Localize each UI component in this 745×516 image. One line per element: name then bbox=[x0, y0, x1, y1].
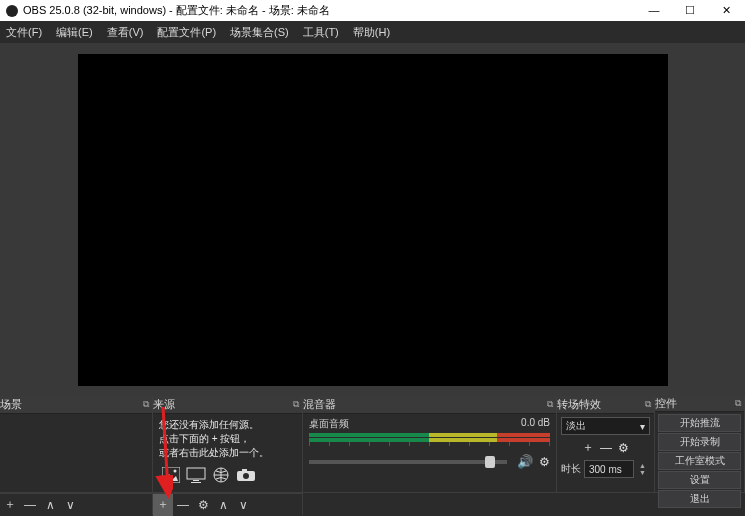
source-up-button[interactable]: ∧ bbox=[213, 494, 233, 516]
browser-source-icon bbox=[209, 464, 233, 486]
slider-handle[interactable] bbox=[485, 456, 495, 468]
remove-scene-button[interactable]: — bbox=[20, 494, 40, 516]
mixer-panel-title: 混音器 bbox=[303, 397, 336, 412]
window-titlebar: OBS 25.0.8 (32-bit, windows) - 配置文件: 未命名… bbox=[0, 0, 745, 21]
duration-value: 300 ms bbox=[589, 464, 622, 475]
window-maximize-button[interactable]: ☐ bbox=[672, 0, 708, 21]
svg-point-2 bbox=[174, 470, 177, 473]
duration-input[interactable]: 300 ms bbox=[584, 460, 634, 478]
gear-icon[interactable]: ⚙ bbox=[539, 455, 550, 469]
sources-panel-title: 来源 bbox=[153, 397, 175, 412]
camera-source-icon bbox=[234, 464, 258, 486]
sources-empty-hint: 您还没有添加任何源。 点击下面的 + 按钮， 或者右击此处添加一个。 bbox=[153, 414, 302, 462]
image-source-icon bbox=[159, 464, 183, 486]
controls-panel: 控件 ⧉ 开始推流 开始录制 工作室模式 设置 退出 bbox=[655, 396, 745, 492]
duration-label: 时长 bbox=[561, 462, 581, 476]
volume-slider[interactable] bbox=[309, 460, 507, 464]
remove-source-button[interactable]: — bbox=[173, 494, 193, 516]
chevron-down-icon: ▾ bbox=[640, 421, 645, 432]
window-minimize-button[interactable]: — bbox=[636, 0, 672, 21]
add-scene-button[interactable]: ＋ bbox=[0, 494, 20, 516]
scene-up-button[interactable]: ∧ bbox=[40, 494, 60, 516]
hint-line: 点击下面的 + 按钮， bbox=[159, 432, 296, 446]
window-close-button[interactable]: ✕ bbox=[708, 0, 744, 21]
mixer-track: 桌面音频 0.0 dB 🔊 ⚙ bbox=[303, 414, 556, 469]
studio-mode-button[interactable]: 工作室模式 bbox=[658, 452, 741, 470]
popout-icon[interactable]: ⧉ bbox=[290, 399, 302, 410]
transition-selected-label: 淡出 bbox=[566, 419, 586, 433]
scenes-toolbar: ＋ — ∧ ∨ bbox=[0, 493, 153, 515]
menu-bar: 文件(F) 编辑(E) 查看(V) 配置文件(P) 场景集合(S) 工具(T) … bbox=[0, 21, 745, 43]
preview-canvas[interactable] bbox=[78, 54, 668, 386]
add-source-button[interactable]: ＋ bbox=[153, 494, 173, 516]
popout-icon[interactable]: ⧉ bbox=[642, 399, 654, 410]
menu-tools[interactable]: 工具(T) bbox=[303, 25, 339, 40]
display-source-icon bbox=[184, 464, 208, 486]
mixer-panel: 混音器 ⧉ 桌面音频 0.0 dB 🔊 ⚙ bbox=[303, 396, 557, 492]
scenes-list[interactable] bbox=[0, 414, 152, 492]
gear-icon[interactable]: ⚙ bbox=[618, 441, 629, 455]
scenes-panel-title: 场景 bbox=[0, 397, 22, 412]
start-stream-button[interactable]: 开始推流 bbox=[658, 414, 741, 432]
spinner-arrows[interactable]: ▲▼ bbox=[637, 462, 648, 476]
obs-app-icon bbox=[6, 5, 18, 17]
svg-point-9 bbox=[243, 473, 249, 479]
controls-panel-header[interactable]: 控件 ⧉ bbox=[655, 396, 744, 412]
sources-panel: 来源 ⧉ 您还没有添加任何源。 点击下面的 + 按钮， 或者右击此处添加一个。 bbox=[153, 396, 303, 492]
scene-down-button[interactable]: ∨ bbox=[60, 494, 80, 516]
transitions-panel-header[interactable]: 转场特效 ⧉ bbox=[557, 396, 654, 414]
transitions-panel-title: 转场特效 bbox=[557, 397, 601, 412]
popout-icon[interactable]: ⧉ bbox=[732, 398, 744, 409]
scenes-panel: 场景 ⧉ bbox=[0, 396, 153, 492]
scenes-panel-header[interactable]: 场景 ⧉ bbox=[0, 396, 152, 414]
sources-body[interactable]: 您还没有添加任何源。 点击下面的 + 按钮， 或者右击此处添加一个。 bbox=[153, 414, 302, 492]
popout-icon[interactable]: ⧉ bbox=[544, 399, 556, 410]
svg-marker-1 bbox=[164, 474, 178, 481]
start-record-button[interactable]: 开始录制 bbox=[658, 433, 741, 451]
menu-edit[interactable]: 编辑(E) bbox=[56, 25, 93, 40]
popout-icon[interactable]: ⧉ bbox=[140, 399, 152, 410]
source-properties-button[interactable]: ⚙ bbox=[193, 494, 213, 516]
preview-area bbox=[0, 43, 745, 396]
menu-file[interactable]: 文件(F) bbox=[6, 25, 42, 40]
menu-help[interactable]: 帮助(H) bbox=[353, 25, 390, 40]
menu-scene-collection[interactable]: 场景集合(S) bbox=[230, 25, 289, 40]
menu-view[interactable]: 查看(V) bbox=[107, 25, 144, 40]
svg-rect-3 bbox=[187, 468, 205, 479]
mixer-track-name: 桌面音频 bbox=[309, 417, 349, 431]
settings-button[interactable]: 设置 bbox=[658, 471, 741, 489]
sources-toolbar: ＋ — ⚙ ∧ ∨ bbox=[153, 493, 303, 515]
svg-rect-5 bbox=[191, 482, 201, 483]
hint-line: 您还没有添加任何源。 bbox=[159, 418, 296, 432]
controls-panel-title: 控件 bbox=[655, 396, 677, 411]
minus-icon[interactable]: — bbox=[600, 441, 612, 455]
mixer-panel-header[interactable]: 混音器 ⧉ bbox=[303, 396, 556, 414]
speaker-icon[interactable]: 🔊 bbox=[517, 454, 533, 469]
svg-rect-4 bbox=[193, 480, 199, 481]
audio-meter bbox=[309, 438, 550, 442]
mixer-track-db: 0.0 dB bbox=[521, 417, 550, 431]
audio-meter bbox=[309, 433, 550, 437]
hint-line: 或者右击此处添加一个。 bbox=[159, 446, 296, 460]
source-down-button[interactable]: ∨ bbox=[233, 494, 253, 516]
transitions-panel: 转场特效 ⧉ 淡出 ▾ ＋ — ⚙ 时长 300 ms ▲▼ bbox=[557, 396, 655, 492]
transition-select[interactable]: 淡出 ▾ bbox=[561, 417, 650, 435]
window-title: OBS 25.0.8 (32-bit, windows) - 配置文件: 未命名… bbox=[23, 3, 636, 18]
svg-rect-8 bbox=[242, 469, 247, 472]
menu-profile[interactable]: 配置文件(P) bbox=[157, 25, 216, 40]
sources-panel-header[interactable]: 来源 ⧉ bbox=[153, 396, 302, 414]
plus-icon[interactable]: ＋ bbox=[582, 439, 594, 456]
